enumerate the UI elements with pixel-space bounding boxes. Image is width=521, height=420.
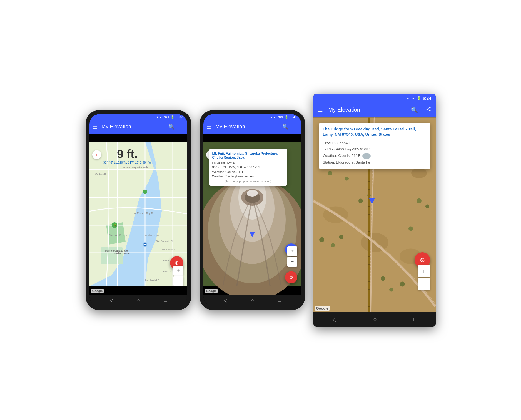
compass-arrow-icon: ↑ [96,152,98,157]
svg-text:San Fernando Pl: San Fernando Pl [156,240,173,242]
phone-3-location-disabled-icon: ⊗ [420,256,425,264]
phone-2-location-fab[interactable]: ⊗ [285,271,297,283]
phone-1-menu-icon[interactable]: ☰ [93,124,97,130]
svg-point-25 [144,244,146,245]
svg-point-53 [358,198,363,203]
phone-3-wifi-icon: ▲ [412,96,415,100]
phone-2-menu-icon[interactable]: ☰ [207,124,211,130]
phone-2-location-pin: ▼ [248,230,256,239]
svg-point-60 [408,226,413,231]
phone-1-battery-label: 76% [163,115,169,119]
phone-2-map: Mt. Fuji, Fujinomiya, Shizuoka Prefectur… [203,134,301,295]
phone-1-back-btn[interactable]: ◁ [109,297,113,303]
svg-point-63 [381,276,385,281]
phone-2-more-icon[interactable]: ⋮ [293,124,298,130]
phone-3-info-card[interactable]: The Bridge from Breaking Bad, Santa Fe R… [319,123,430,170]
phone-2-nav-bar: ◁ ○ □ [203,295,301,306]
phone-3-zoom-in[interactable]: + [418,265,430,277]
phone-2-search-icon[interactable]: 🔍 [282,124,288,130]
svg-text:Roller Coaster: Roller Coaster [114,252,131,255]
svg-point-46 [411,168,427,178]
phone-1-elevation-value: 9 ft. [103,147,152,161]
phone-2-popup-note: (Tap this pop-up for more information) [212,180,284,183]
phone-3-recent-btn[interactable]: □ [413,316,417,323]
phone-3-menu-icon[interactable]: ☰ [318,107,323,113]
svg-point-40 [247,190,258,197]
phone-2-popup[interactable]: Mt. Fuji, Fujinomiya, Shizuoka Prefectur… [209,149,287,186]
screenshots-container: ♦ ▲ 76% 🔋 8:37 ☰ My Elevation 🔍 ⋮ [0,0,521,420]
phone-2-popup-title: Mt. Fuji, Fujinomiya, Shizuoka Prefectur… [212,152,284,159]
location-icon: ⊕ [175,260,179,266]
phone-3-status-bar: ▲ ▲ 🔋 6:24 [313,94,436,103]
phone-2: ♦ ▲ 78% 🔋 8:40 ☰ My Elevation 🔍 ⋮ [200,110,305,310]
phone-1-zoom-controls: + − [173,266,183,286]
phone-3-lat-lng: Lat:35.49900 Lng:-105.91687 [323,146,426,152]
phone-1-search-icon[interactable]: 🔍 [168,124,175,130]
phone-1-more-icon[interactable]: ⋮ [179,124,184,130]
phone-2-city: Weather City: Fujikawaguchiko [212,174,284,179]
phone-2-title: My Elevation [216,124,278,130]
phone-2-home-btn[interactable]: ○ [251,297,254,303]
phone-2-app-bar: ☰ My Elevation 🔍 ⋮ [203,120,301,134]
phone-1-google-logo: Google [91,289,104,293]
phone-1-title: My Elevation [102,124,164,130]
phone-1-recent-btn[interactable]: □ [164,297,167,303]
svg-text:Mission Beach: Mission Beach [109,234,127,237]
phone-3-zoom-controls: + − [418,265,430,290]
svg-point-57 [339,235,343,239]
phone-2-inner: ♦ ▲ 78% 🔋 8:40 ☰ My Elevation 🔍 ⋮ [203,114,301,306]
phone-2-status-bar: ♦ ▲ 78% 🔋 8:40 [203,114,301,120]
phone-3-google-logo: Google [315,306,330,311]
phone-2-time: 8:40 [291,115,296,119]
phone-1-inner: ♦ ▲ 76% 🔋 8:37 ☰ My Elevation 🔍 ⋮ [89,114,187,306]
phone-3-cloud-icon [362,153,371,159]
phone-3-status-icons: ▲ ▲ 🔋 6:24 [406,96,431,100]
phone-2-wifi-icon: ▲ [273,115,276,119]
phone-2-back-btn[interactable]: ◁ [223,297,227,303]
phone-3-share-icon[interactable] [426,106,431,113]
phone-3-info-body: Elevation: 6664 ft. Lat:35.49900 Lng:-10… [323,140,426,166]
phone-1-time: 8:37 [177,115,183,119]
svg-point-52 [345,177,349,180]
svg-text:Giant Dipper: Giant Dipper [114,249,129,252]
svg-point-62 [389,288,393,291]
svg-text:W Mission Bay Dr: W Mission Bay Dr [134,212,154,215]
phone-2-elevation: Elevation: 12300 ft. [212,160,284,165]
phone-1-zoom-out[interactable]: − [173,276,183,286]
location-disabled-icon: ⊗ [289,275,293,280]
svg-point-56 [331,243,335,247]
phone-2-recent-btn[interactable]: □ [278,297,281,303]
phone-3-weather: Weather: Clouds, 51° F [323,152,426,159]
phone-3-map: The Bridge from Breaking Bad, Santa Fe R… [313,117,436,312]
phone-1-home-btn[interactable]: ○ [137,297,140,303]
phone-1-map: Mission Bay Bike Path W Mission Bay Dr M… [89,134,187,295]
phone-3-search-icon[interactable]: 🔍 [411,107,418,113]
phone-1: ♦ ▲ 76% 🔋 8:37 ☰ My Elevation 🔍 ⋮ [86,110,191,310]
phone-2-zoom-in[interactable]: + [287,246,297,256]
phone-1-zoom-in[interactable]: + [173,266,183,276]
phone-3-app-bar: ☰ My Elevation 🔍 [313,103,436,117]
phone-3-elevation: Elevation: 6664 ft. [323,140,426,146]
phone-3-signal-icon: ▲ [406,96,410,100]
svg-text:Mission Bay Bike Path: Mission Bay Bike Path [123,166,148,169]
svg-point-55 [319,237,324,242]
phone-2-coords: 35° 21' 39.315"N, 138° 43' 39.125"E [212,165,284,170]
phone-3: ▲ ▲ 🔋 6:24 ☰ My Elevation 🔍 [313,94,436,327]
phone-1-battery-icon: 🔋 [171,115,175,119]
phone-1-coords: 32° 46' 11.329"N, 117° 15' 2.994"W [103,161,152,164]
svg-text:Ventura Pl: Ventura Pl [95,173,107,176]
phone-1-app-bar: ☰ My Elevation 🔍 ⋮ [89,120,187,134]
svg-point-28 [143,190,147,194]
phone-1-bt-icon: ♦ [157,115,158,119]
phone-3-back-btn[interactable]: ◁ [332,316,336,323]
phone-2-battery-icon: 🔋 [285,115,288,119]
phone-1-wifi-icon: ▲ [159,115,162,119]
svg-point-58 [417,198,422,203]
svg-text:San Gabriel Pl: San Gabriel Pl [145,279,159,281]
phone-3-location-pin: ▼ [367,195,377,207]
phone-2-battery-label: 78% [277,115,283,119]
phone-3-zoom-out[interactable]: − [418,278,430,290]
phone-2-zoom-out[interactable]: − [287,257,297,267]
phone-1-compass[interactable]: ↑ [92,150,101,159]
phone-3-home-btn[interactable]: ○ [373,316,377,323]
